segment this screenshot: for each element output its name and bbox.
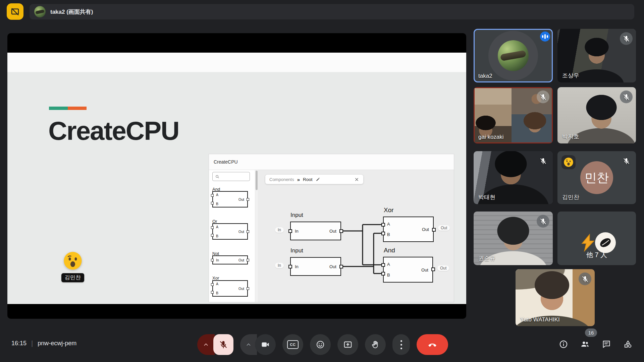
present-screen-button[interactable] — [337, 334, 358, 355]
participant-tile[interactable]: gai kozaki — [474, 87, 553, 143]
participant-tile[interactable]: 권순규 — [474, 212, 553, 265]
chevron-up-icon — [202, 341, 210, 348]
port-label: In — [295, 229, 299, 234]
port-square — [431, 267, 435, 271]
circuit-editor-screenshot: CreateCPU And A B Out Or — [209, 154, 454, 302]
participant-tile[interactable]: 박태현 — [474, 151, 553, 204]
port-label: B — [387, 232, 390, 237]
raise-hand-button[interactable] — [365, 334, 386, 355]
port-square — [211, 291, 214, 294]
component-search-input[interactable] — [212, 172, 250, 181]
participant-tile-taka2[interactable]: taka2 — [474, 29, 553, 82]
edit-pencil-icon[interactable] — [316, 177, 320, 182]
palette-gate-or[interactable]: A B Out — [212, 223, 248, 240]
people-button[interactable] — [580, 340, 590, 349]
block-and[interactable]: A B Out — [383, 257, 433, 283]
participant-name: Yuto WATAHIKI — [520, 316, 560, 323]
open-mouth-emoji-icon — [63, 251, 83, 270]
port-square — [381, 263, 385, 267]
reactions-button[interactable] — [310, 334, 331, 355]
overflow-tile[interactable]: 他 7 人 — [557, 212, 636, 265]
editor-header: CreateCPU — [209, 154, 454, 170]
port-square — [247, 230, 249, 233]
port-label: B — [216, 202, 218, 206]
more-options-button[interactable] — [392, 334, 410, 355]
info-button[interactable] — [559, 340, 568, 349]
port-square — [339, 229, 343, 233]
participant-tile[interactable]: Yuto WATAHIKI — [516, 269, 595, 326]
participant-name: 김민찬 — [562, 193, 579, 201]
slide-top-band — [7, 53, 466, 72]
port-square — [211, 259, 214, 261]
presenter-name: taka2 (画面共有) — [50, 8, 93, 16]
editor-app-title: CreateCPU — [214, 159, 238, 165]
captions-button[interactable]: CC — [282, 334, 303, 355]
panel-icons — [559, 340, 633, 349]
participant-name: 조상우 — [562, 72, 579, 79]
avatar — [498, 40, 529, 71]
port-label: Out — [238, 230, 244, 234]
chat-button[interactable] — [602, 340, 611, 349]
port-label: Out — [421, 267, 428, 272]
port-label: In — [295, 264, 299, 269]
participant-name: 박지호 — [562, 133, 579, 140]
mic-options-button[interactable] — [197, 334, 215, 355]
captions-icon: CC — [287, 340, 299, 349]
activities-button[interactable] — [623, 340, 633, 349]
mic-mute-button[interactable] — [213, 334, 233, 355]
port-label: Out — [238, 287, 244, 291]
port-label: Out — [238, 197, 244, 201]
breadcrumb: Components » Root — [265, 175, 363, 184]
meeting-info: 16:15 | pnw-ecwj-pem — [11, 340, 76, 347]
audio-level-icon — [540, 32, 550, 42]
port-label: A — [387, 222, 390, 227]
port-square — [211, 194, 214, 197]
breadcrumb-components[interactable]: Components — [269, 177, 294, 182]
info-icon — [559, 340, 568, 349]
block-input-1[interactable]: In Out — [290, 222, 341, 240]
block-input-2[interactable]: In Out — [290, 257, 341, 276]
chevron-up-icon — [245, 341, 252, 348]
mic-off-icon — [537, 155, 549, 167]
leave-call-icon — [427, 340, 437, 350]
presenter-avatar — [34, 6, 46, 17]
presentation-off-button[interactable] — [7, 3, 23, 20]
presenter-pill[interactable]: taka2 (画面共有) — [30, 4, 634, 19]
block-title: And — [384, 247, 395, 254]
camera-options-button[interactable] — [240, 334, 257, 355]
palette-gate-not[interactable]: In Out — [212, 255, 248, 264]
participant-tile[interactable]: 민찬 김민찬 — [557, 151, 636, 204]
mic-off-icon — [620, 32, 633, 45]
camera-icon — [261, 340, 270, 349]
port-square — [211, 283, 214, 286]
slide: CreateCPU 김민찬 CreateCPU And A B Out — [7, 72, 466, 304]
port-square — [381, 232, 385, 235]
port-square — [247, 287, 249, 290]
slide-title: CreateCPU — [48, 116, 179, 146]
camera-toggle-button[interactable] — [255, 334, 276, 355]
leave-call-button[interactable] — [417, 334, 448, 355]
meeting-code: pnw-ecwj-pem — [38, 340, 76, 347]
participant-tile[interactable]: 조상우 — [557, 29, 636, 82]
port-label: In — [216, 258, 219, 262]
editor-component-sidebar: And A B Out Or A B Out — [209, 170, 255, 302]
participant-name: taka2 — [478, 73, 492, 79]
port-square — [288, 229, 292, 233]
palette-gate-and[interactable]: A B Out — [212, 191, 248, 207]
bean-avatar-icon — [595, 232, 616, 253]
reaction-overlay: 김민찬 — [61, 251, 85, 282]
port-label: A — [387, 262, 390, 267]
close-icon[interactable] — [354, 177, 359, 182]
mic-control-group — [197, 334, 233, 355]
scrollbar-thumb[interactable] — [256, 171, 258, 190]
block-xor[interactable]: A B Out — [383, 217, 434, 242]
raise-hand-icon — [371, 340, 380, 349]
sidebar-scrollbar[interactable] — [255, 170, 258, 302]
participant-tile[interactable]: 박지호 — [557, 87, 636, 143]
present-screen-icon — [343, 340, 353, 349]
reactions-smiley-icon — [316, 340, 325, 349]
breadcrumb-current: Root — [303, 177, 313, 182]
palette-gate-xor[interactable]: A B Out — [212, 280, 248, 297]
block-title: Input — [290, 247, 303, 254]
camera-control-group — [240, 334, 276, 355]
